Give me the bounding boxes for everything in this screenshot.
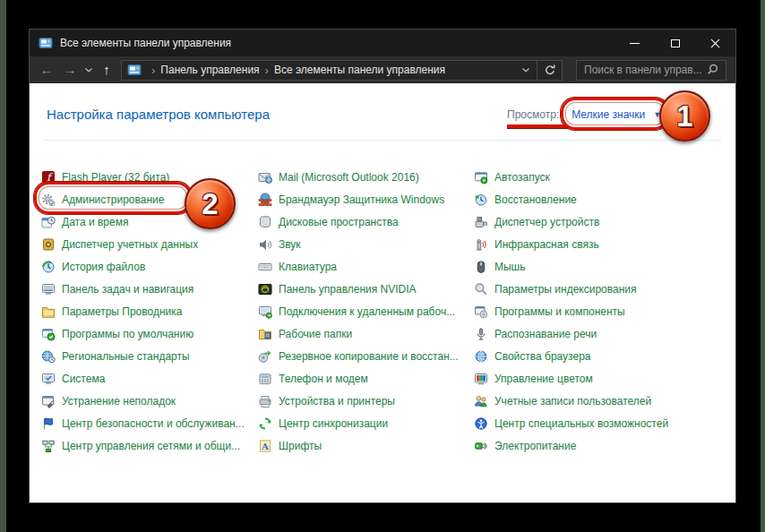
search-placeholder: Поиск в панели управ...	[584, 64, 706, 76]
control-panel-icon	[39, 36, 53, 50]
breadcrumb-separator: ›	[146, 64, 160, 77]
control-panel-item[interactable]: Устройства и принтеры	[258, 390, 459, 412]
fonts-icon: A	[258, 439, 272, 453]
breadcrumb-dropdown-button[interactable]	[515, 63, 537, 77]
control-panel-item[interactable]: Программы и компоненты	[474, 300, 668, 322]
control-panel-item-label: Дата и время	[62, 216, 128, 228]
breadcrumb[interactable]: › Панель управления › Все элементы панел…	[121, 60, 563, 81]
control-panel-item-label: Восстановление	[494, 193, 577, 206]
control-panel-item-label: Шрифты	[279, 440, 322, 452]
desktop-edge-right	[761, 0, 765, 532]
control-panel-item-label: Администрирование	[62, 193, 164, 206]
control-panel-item[interactable]: Mail (Microsoft Outlook 2016)	[258, 166, 459, 188]
file-history-icon	[41, 260, 56, 274]
forward-button[interactable]: →	[58, 56, 82, 83]
control-panel-item-label: Система	[62, 373, 105, 385]
firewall-icon	[258, 193, 272, 207]
back-icon: ←	[40, 62, 54, 77]
control-panel-item[interactable]: Администрирование	[41, 188, 245, 210]
control-panel-item-label: Центр специальных возможностей	[494, 417, 668, 430]
control-panel-item[interactable]: Электропитание	[474, 434, 668, 457]
control-panel-item[interactable]: Управление цветом	[474, 367, 668, 390]
control-panel-item[interactable]: Дата и время	[41, 210, 245, 233]
control-panel-item[interactable]: Автозапуск	[474, 166, 668, 188]
nvidia-icon	[258, 282, 272, 296]
recovery-icon	[474, 193, 488, 207]
control-panel-item[interactable]: Центр управления сетями и общи...	[41, 434, 245, 457]
breadcrumb-current[interactable]: Все элементы панели управления	[274, 64, 445, 76]
taskbar-icon	[41, 282, 56, 296]
control-panel-item[interactable]: Распознавание речи	[474, 322, 668, 345]
control-panel-item-label: Устранение неполадок	[62, 395, 176, 408]
control-panel-item[interactable]: Брандмауэр Защитника Windows	[258, 188, 459, 210]
control-panel-item[interactable]: Подключения к удаленным рабоч...	[258, 300, 459, 322]
refresh-button[interactable]	[537, 63, 562, 77]
control-panel-item-label: Программы и компоненты	[494, 305, 625, 318]
sound-icon	[258, 237, 272, 252]
control-panel-item[interactable]: Резервное копирование и восстан...	[258, 345, 459, 367]
control-panel-item-label: Резервное копирование и восстан...	[279, 350, 459, 363]
control-panel-item[interactable]: Центр специальных возможностей	[474, 412, 668, 434]
titlebar[interactable]: Все элементы панели управления	[30, 30, 735, 56]
control-panel-item-label: Региональные стандарты	[62, 350, 190, 363]
date-time-icon	[41, 215, 56, 229]
minimize-icon	[630, 43, 640, 44]
search-input[interactable]: Поиск в панели управ...	[576, 60, 726, 81]
control-panel-item-label: Параметры Проводника	[62, 305, 182, 318]
up-icon: ↑	[103, 62, 110, 77]
up-button[interactable]: ↑	[96, 56, 117, 83]
control-panel-item-label: История файлов	[62, 261, 145, 273]
control-panel-item[interactable]: Региональные стандарты	[41, 345, 245, 367]
control-panel-item[interactable]: Мышь	[474, 255, 668, 278]
control-panel-item[interactable]: Телефон и модем	[258, 367, 459, 390]
control-panel-item-label: Подключения к удаленным рабоч...	[279, 305, 455, 318]
minimize-button[interactable]	[615, 30, 655, 56]
control-panel-item[interactable]: Панель управления NVIDIA	[258, 278, 459, 300]
window-title: Все элементы панели управления	[60, 37, 615, 49]
control-panel-item[interactable]: AШрифты	[258, 434, 459, 457]
view-by-dropdown[interactable]: Мелкие значки ▼	[572, 108, 661, 121]
desktop: Все элементы панели управления ← → ↑ › П…	[0, 0, 765, 532]
control-panel-content: Настройка параметров компьютера Просмотр…	[30, 83, 735, 502]
control-panel-item[interactable]: Звук	[258, 233, 459, 255]
refresh-icon	[543, 63, 557, 77]
control-panel-item[interactable]: Рабочие папки	[258, 322, 459, 345]
control-panel-item[interactable]: Программы по умолчанию	[41, 322, 245, 345]
control-panel-item-label: Устройства и принтеры	[279, 395, 395, 408]
control-panel-item[interactable]: Дисковые пространства	[258, 210, 459, 233]
close-button[interactable]	[695, 30, 735, 56]
breadcrumb-root[interactable]: Панель управления	[160, 64, 259, 76]
control-panel-item[interactable]: Панель задач и навигация	[41, 278, 245, 300]
control-panel-item[interactable]: fFlash Player (32 бита)	[41, 166, 245, 188]
control-panel-item[interactable]: Центр безопасности и обслуживан...	[41, 412, 245, 434]
keyboard-icon	[258, 260, 272, 274]
control-panel-item[interactable]: Диспетчер учетных данных	[41, 233, 245, 255]
indexing-icon	[474, 282, 488, 296]
control-panel-item-label: Учетные записи пользователей	[494, 395, 651, 408]
security-center-icon	[41, 416, 56, 431]
recent-pages-button[interactable]	[82, 63, 96, 77]
programs-features-icon	[474, 305, 488, 319]
control-panel-item[interactable]: История файлов	[41, 255, 245, 278]
view-by-value: Мелкие значки	[572, 108, 645, 121]
control-panel-item[interactable]: Учетные записи пользователей	[474, 390, 668, 412]
control-panel-item-label: Панель задач и навигация	[62, 283, 193, 296]
maximize-button[interactable]	[655, 30, 695, 56]
control-panel-item[interactable]: Устранение неполадок	[41, 390, 245, 412]
control-panel-item-label: Свойства браузера	[494, 350, 591, 363]
control-panel-item-label: Рабочие папки	[279, 328, 352, 340]
items-column-3: АвтозапускВосстановлениеДиспетчер устрой…	[474, 166, 668, 457]
back-button[interactable]: ←	[35, 56, 58, 83]
control-panel-item[interactable]: Восстановление	[474, 188, 668, 210]
control-panel-item[interactable]: Параметры Проводника	[41, 300, 245, 322]
control-panel-item[interactable]: Клавиатура	[258, 255, 459, 278]
speech-icon	[474, 327, 488, 341]
maximize-icon	[671, 39, 680, 47]
control-panel-item[interactable]: Параметры индексирования	[474, 278, 668, 300]
control-panel-item[interactable]: Система	[41, 367, 245, 390]
explorer-options-icon	[41, 305, 56, 319]
control-panel-item[interactable]: Центр синхронизации	[258, 412, 459, 434]
control-panel-item[interactable]: Диспетчер устройств	[474, 210, 668, 233]
control-panel-item[interactable]: Инфракрасная связь	[474, 233, 668, 255]
control-panel-item[interactable]: Свойства браузера	[474, 345, 668, 367]
